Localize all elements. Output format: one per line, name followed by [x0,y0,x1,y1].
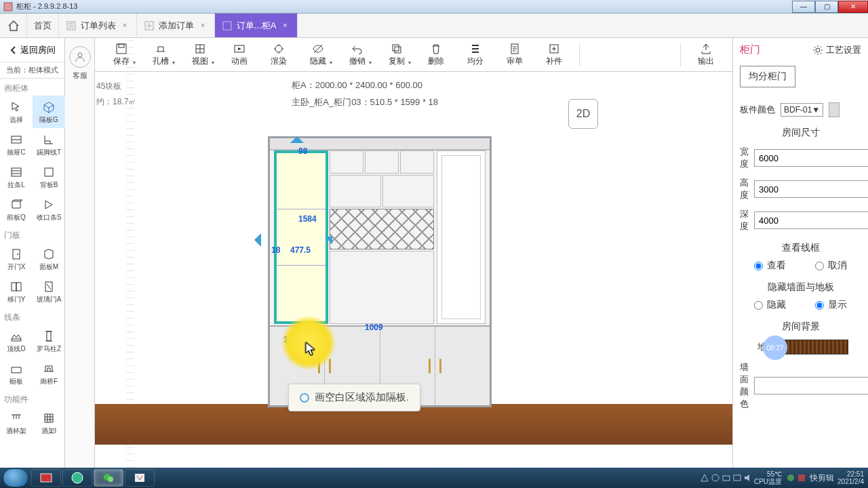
tb-export[interactable]: 输出 [689,42,723,67]
tab-label: 添加订单 [159,20,194,32]
anim-icon [232,42,247,56]
svg-rect-25 [41,474,52,482]
tool-glass-door[interactable]: 玻璃门A [33,275,65,308]
home-button[interactable] [0,14,27,37]
order-icon [222,20,233,31]
minimize-button[interactable]: — [792,1,815,13]
svg-rect-5 [12,168,21,176]
glass-rack-icon [8,410,24,426]
task-app-current[interactable] [125,469,155,487]
tool-bridge[interactable]: 廊桥F [33,357,65,390]
board-color-select[interactable]: BDF-01▼ [781,103,823,117]
tab-home[interactable]: 首页 [27,14,59,37]
wall-color-input[interactable] [754,377,868,394]
section-body: 画柜体 [0,79,64,96]
svg-rect-15 [117,44,126,54]
tool-partition[interactable]: 隔板G [33,96,65,128]
tray-icon[interactable] [786,473,795,483]
tool-slide-door[interactable]: 移门Y [0,275,33,308]
tray-icon[interactable] [797,473,806,483]
section-door: 门板 [0,226,64,243]
tb-equalize[interactable]: 均分 [458,42,492,67]
object-info: 柜A：2000.00 * 2400.00 * 600.00 主卧_柜A_柜门03… [292,77,438,110]
tb-render[interactable]: 渲染 [262,42,296,67]
tb-anim[interactable]: 动画 [222,42,256,67]
tool-closing-strip[interactable]: 收口条S [33,193,65,226]
service-column: 客服 [65,38,95,468]
tab-order-cabinet-a[interactable]: 订单...柜A × [215,14,298,37]
move-left-arrow-icon[interactable] [248,233,261,247]
floor-swatch[interactable] [781,340,848,354]
home-icon [7,19,20,33]
wireframe-header: 查看线框 [740,242,861,254]
panel-tab-door[interactable]: 柜门 [740,43,760,56]
app-icon [3,1,14,12]
tb-supplement[interactable]: 补件 [537,42,571,67]
height-input[interactable] [754,180,868,198]
tool-swing-door[interactable]: 开门X [0,243,33,275]
view-mode-2d[interactable]: 2D [568,99,598,129]
wireframe-view-radio[interactable]: 查看 [754,260,786,272]
service-icon[interactable] [69,46,91,68]
width-input[interactable] [754,149,868,167]
tool-kickline[interactable]: 踢脚线T [33,128,65,161]
add-icon [144,20,155,31]
task-app-1[interactable] [31,469,61,487]
cursor-icon [305,342,315,355]
separator [579,43,580,66]
depth-input[interactable] [754,211,868,229]
tab-close-icon[interactable]: × [281,21,290,30]
door-icon [8,246,24,262]
color-swatch[interactable] [829,102,840,117]
task-browser[interactable] [62,469,92,487]
tb-hide[interactable]: 隐藏▾ [301,42,335,67]
tool-column[interactable]: 罗马柱Z [33,325,65,357]
tool-glass-rack[interactable]: 酒杯架 [0,407,33,439]
cube-icon [41,99,57,115]
back-to-room-button[interactable]: 返回房间 [0,38,64,62]
svg-rect-16 [119,44,124,47]
split-door-button[interactable]: 均分柜门 [740,66,795,87]
tool-strip[interactable]: 拉条L [0,161,33,193]
network-icon[interactable] [732,473,742,483]
tb-delete[interactable]: 删除 [419,42,453,67]
tb-undo[interactable]: 撤销▾ [340,42,374,67]
tb-view[interactable]: 视图▾ [183,42,217,67]
canvas[interactable]: 保存▾ 孔槽▾ 视图▾ 动画 渲染 隐藏▾ 撤销▾ 复制▾ 删除 均分 审单 补… [95,38,732,468]
tray-icon[interactable] [700,473,709,483]
tab-label: 订单列表 [81,20,116,32]
tool-crown[interactable]: 顶线D [0,325,33,357]
tool-wine-rack[interactable]: 酒架I [33,407,65,439]
tab-close-icon[interactable]: × [120,21,130,30]
tool-shelf[interactable]: 橱板 [0,357,33,390]
speaker-icon[interactable] [743,473,753,483]
close-button[interactable]: ✕ [838,1,868,13]
tb-slot[interactable]: 孔槽▾ [144,42,178,67]
tab-order-list[interactable]: 订单列表 × [59,14,137,37]
selected-door-panel[interactable] [274,150,328,324]
tray-icon[interactable] [722,473,731,483]
show-radio[interactable]: 显示 [815,299,847,311]
wireframe-cancel-radio[interactable]: 取消 [815,260,847,272]
maximize-button[interactable]: ▢ [815,1,838,13]
tab-add-order[interactable]: 添加订单 × [137,14,215,37]
slide-icon [8,279,24,295]
door-knob-icon [439,359,441,373]
hide-radio[interactable]: 隐藏 [754,299,786,311]
tool-drawer[interactable]: 抽屉C [0,128,33,161]
svg-point-30 [712,474,719,481]
tb-copy[interactable]: 复制▾ [380,42,414,67]
tb-review[interactable]: 审单 [498,42,532,67]
separator [680,43,681,66]
tool-select[interactable]: 选择 [0,96,33,128]
tool-backboard[interactable]: 背板B [33,161,65,193]
start-button[interactable] [3,468,28,487]
tool-panel[interactable]: 面板M [33,243,65,275]
tab-close-icon[interactable]: × [198,21,208,30]
service-label: 客服 [65,70,94,81]
task-wechat[interactable] [94,469,123,487]
tool-frontboard[interactable]: 前板Q [0,193,33,226]
tray-icon[interactable] [711,473,720,483]
move-up-arrow-icon[interactable] [290,129,304,143]
process-settings-button[interactable]: 工艺设置 [812,44,861,56]
